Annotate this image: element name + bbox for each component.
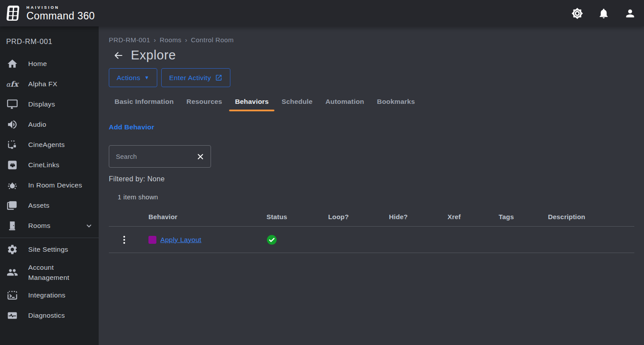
sidebar-item-displays[interactable]: Displays bbox=[0, 94, 99, 114]
home-icon bbox=[6, 58, 18, 70]
sidebar-item-in-room-devices[interactable]: In Room Devices bbox=[0, 175, 99, 195]
tab-bookmarks[interactable]: Bookmarks bbox=[371, 95, 421, 111]
gear-icon bbox=[6, 244, 18, 256]
sidebar-item-audio[interactable]: Audio bbox=[0, 114, 99, 135]
sidebar-item-rooms[interactable]: Rooms bbox=[0, 216, 99, 236]
tab-bar: Basic Information Resources Behaviors Sc… bbox=[109, 95, 634, 111]
table-row: Apply Layout bbox=[109, 227, 634, 253]
tab-automation[interactable]: Automation bbox=[320, 95, 370, 111]
search-box bbox=[109, 145, 211, 168]
sidebar-item-assets[interactable]: Assets bbox=[0, 195, 99, 216]
tab-behaviors[interactable]: Behaviors bbox=[229, 95, 274, 111]
breadcrumb-rooms[interactable]: Rooms bbox=[159, 36, 181, 44]
rooms-icon bbox=[6, 220, 18, 232]
sidebar-item-cinelinks[interactable]: CineLinks bbox=[0, 155, 99, 175]
breadcrumb: PRD-RM-001 › Rooms › Control Room bbox=[109, 36, 634, 44]
open-in-new-icon bbox=[215, 74, 222, 81]
diagnostics-icon bbox=[6, 310, 18, 322]
table-header-row: Behavior Status Loop? Hide? Xref Tags De… bbox=[109, 209, 634, 227]
behavior-color-swatch bbox=[148, 236, 156, 244]
display-icon bbox=[6, 99, 18, 110]
column-loop: Loop? bbox=[319, 209, 380, 226]
audio-icon bbox=[6, 119, 18, 131]
breadcrumb-room[interactable]: Control Room bbox=[191, 36, 233, 44]
people-icon bbox=[6, 267, 18, 279]
sidebar-item-alpha-fx[interactable]: αfx Alpha FX bbox=[0, 74, 99, 94]
status-cell bbox=[258, 235, 319, 245]
behavior-link[interactable]: Apply Layout bbox=[160, 236, 201, 244]
brand-logo[interactable]: HAIVISION Command 360 bbox=[5, 4, 95, 22]
sidebar-item-cineagents[interactable]: CineAgents bbox=[0, 135, 99, 155]
sidebar-site-name: PRD-RM-001 bbox=[0, 26, 99, 54]
brand-name: HAIVISION bbox=[26, 6, 95, 10]
settings-icon[interactable] bbox=[571, 7, 583, 19]
filtered-by-text: Filtered by: None bbox=[109, 175, 634, 183]
cineagents-icon bbox=[6, 139, 18, 151]
assets-icon bbox=[6, 200, 18, 212]
top-bar: HAIVISION Command 360 bbox=[0, 0, 644, 26]
tab-resources[interactable]: Resources bbox=[181, 95, 228, 111]
status-enabled-icon bbox=[266, 235, 277, 245]
cinelinks-icon bbox=[6, 159, 18, 171]
clear-search-icon[interactable] bbox=[196, 152, 205, 161]
column-description: Description bbox=[539, 209, 634, 226]
actions-button[interactable]: Actions ▼ bbox=[109, 68, 157, 87]
alpha-fx-icon: αfx bbox=[6, 78, 18, 90]
sidebar: PRD-RM-001 Home αfx Alpha FX Displays Au… bbox=[0, 26, 99, 345]
add-behavior-link[interactable]: Add Behavior bbox=[109, 123, 154, 131]
column-status: Status bbox=[258, 209, 319, 226]
breadcrumb-separator: › bbox=[185, 36, 187, 44]
notifications-icon[interactable] bbox=[597, 7, 610, 19]
main-content: PRD-RM-001 › Rooms › Control Room Explor… bbox=[99, 26, 644, 345]
sidebar-item-account-management[interactable]: Account Management bbox=[0, 260, 99, 285]
breadcrumb-separator: › bbox=[154, 36, 156, 44]
sidebar-divider bbox=[0, 238, 99, 238]
tab-basic-information[interactable]: Basic Information bbox=[109, 95, 179, 111]
column-hide: Hide? bbox=[380, 209, 439, 226]
column-actions bbox=[109, 209, 140, 226]
column-tags: Tags bbox=[490, 209, 539, 226]
account-icon[interactable] bbox=[624, 7, 636, 19]
sidebar-item-diagnostics[interactable]: Diagnostics bbox=[0, 305, 99, 326]
column-xref: Xref bbox=[439, 209, 490, 226]
sidebar-item-home[interactable]: Home bbox=[0, 54, 99, 74]
back-arrow-icon[interactable] bbox=[112, 49, 125, 62]
behavior-cell: Apply Layout bbox=[140, 236, 258, 244]
caret-down-icon: ▼ bbox=[144, 75, 149, 80]
tab-schedule[interactable]: Schedule bbox=[276, 95, 318, 111]
command360-logo-icon bbox=[5, 4, 22, 22]
product-name: Command 360 bbox=[26, 11, 95, 21]
breadcrumb-site[interactable]: PRD-RM-001 bbox=[109, 36, 150, 44]
enter-activity-button[interactable]: Enter Activity bbox=[161, 68, 230, 87]
column-behavior: Behavior bbox=[140, 209, 258, 226]
sidebar-item-site-settings[interactable]: Site Settings bbox=[0, 239, 99, 260]
items-shown-count: 1 item shown bbox=[118, 193, 634, 201]
behaviors-table: Behavior Status Loop? Hide? Xref Tags De… bbox=[109, 209, 634, 253]
in-room-devices-icon bbox=[6, 180, 18, 191]
row-menu-kebab-icon[interactable] bbox=[109, 236, 140, 244]
sidebar-item-integrations[interactable]: Integrations bbox=[0, 285, 99, 305]
terminal-icon bbox=[6, 290, 18, 301]
page-title: Explore bbox=[131, 48, 176, 62]
search-input[interactable] bbox=[116, 153, 196, 160]
chevron-down-icon[interactable] bbox=[85, 221, 93, 230]
